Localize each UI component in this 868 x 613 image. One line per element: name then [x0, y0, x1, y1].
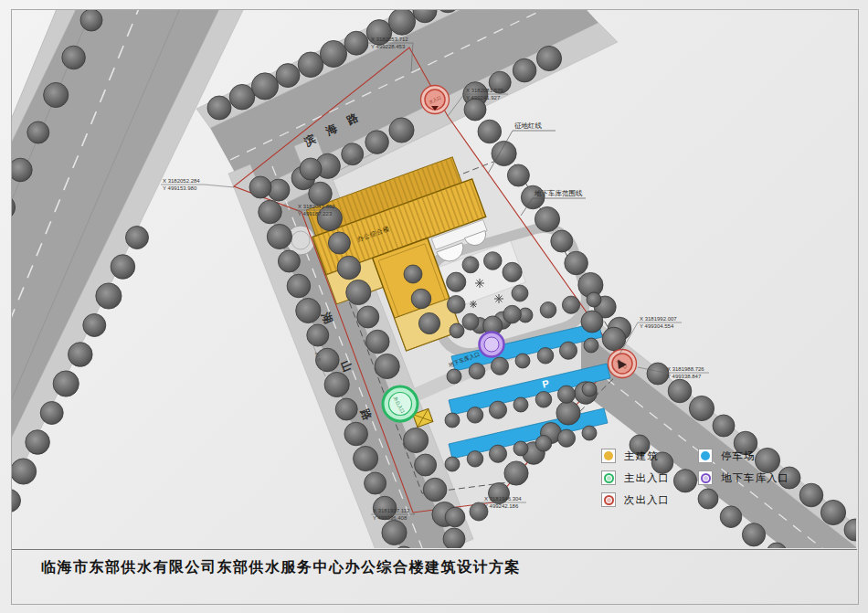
- tree-icon: [484, 252, 503, 270]
- tree-icon: [62, 46, 86, 69]
- tree-icon: [287, 274, 311, 298]
- building-swatch-icon: [601, 449, 616, 463]
- tree-icon: [844, 519, 866, 541]
- tree-icon: [249, 176, 271, 198]
- tree-icon: [415, 454, 437, 476]
- tree-icon: [365, 472, 386, 494]
- tree-icon: [512, 285, 528, 301]
- tree-icon: [447, 369, 461, 384]
- tree-icon: [389, 118, 414, 143]
- parking-swatch-icon: [698, 449, 713, 463]
- drawing-page: P 办公综合楼: [0, 0, 868, 613]
- tree-icon: [504, 461, 528, 485]
- svg-text:Y 499236.408: Y 499236.408: [373, 515, 408, 521]
- tree-icon: [69, 343, 93, 367]
- tree-icon: [513, 441, 528, 456]
- tree-icon: [450, 323, 464, 338]
- svg-text:X 3181988.726: X 3181988.726: [667, 366, 704, 372]
- tree-icon: [382, 520, 407, 544]
- tree-icon: [404, 265, 422, 283]
- tree-icon: [27, 122, 49, 143]
- tree-icon: [492, 141, 516, 165]
- site-plan-drawing: P 办公综合楼: [0, 0, 868, 613]
- tree-icon: [9, 158, 33, 182]
- coordinate-callout: X 3182052.284 Y 499153.980: [161, 178, 234, 191]
- tree-icon: [742, 523, 765, 546]
- svg-text:X 3181946.304: X 3181946.304: [484, 496, 522, 502]
- legend-item-building: 主建筑: [601, 448, 670, 464]
- svg-text:Y 499228.453: Y 499228.453: [371, 44, 406, 49]
- legend-item-garage-entrance: 地下车库入口: [698, 470, 789, 486]
- tree-icon: [26, 430, 50, 455]
- tree-icon: [489, 445, 506, 462]
- tree-icon: [537, 348, 554, 365]
- svg-text:Y 499187.223: Y 499187.223: [298, 211, 333, 217]
- tree-icon: [581, 311, 603, 333]
- tree-icon: [462, 313, 479, 330]
- tree-icon: [445, 507, 465, 527]
- tree-icon: [587, 292, 601, 307]
- tree-icon: [418, 312, 439, 333]
- tree-icon: [467, 451, 483, 468]
- svg-text:X 3181992.007: X 3181992.007: [640, 316, 677, 322]
- tree-icon: [445, 413, 460, 428]
- svg-text:Y 499338.847: Y 499338.847: [667, 374, 702, 379]
- tree-icon: [423, 478, 447, 502]
- tree-icon: [689, 396, 714, 420]
- main-entrance-swatch-icon: [601, 470, 616, 485]
- tree-icon: [276, 64, 300, 88]
- main-entrance-marker: 办公入口: [383, 386, 418, 421]
- tree-icon: [320, 40, 346, 67]
- svg-text:Y 499242.186: Y 499242.186: [484, 503, 519, 509]
- tree-icon: [300, 158, 322, 180]
- tree-icon: [126, 227, 149, 249]
- svg-text:Y 499241.927: Y 499241.927: [466, 95, 501, 100]
- tree-icon: [207, 96, 231, 120]
- legend-item-main-entrance: 主出入口: [601, 470, 670, 486]
- tree-icon: [443, 528, 465, 550]
- tree-icon: [464, 99, 486, 121]
- svg-text:X 3182052.284: X 3182052.284: [163, 178, 200, 184]
- tree-icon: [503, 305, 522, 323]
- tree-icon: [411, 289, 431, 309]
- tree-icon: [309, 182, 333, 206]
- tree-icon: [565, 251, 588, 275]
- tree-icon: [328, 232, 350, 254]
- tree-icon: [540, 302, 556, 319]
- tree-icon: [582, 382, 597, 396]
- tree-icon: [535, 436, 552, 452]
- secondary-entrance-swatch-icon: [601, 492, 616, 507]
- tree-icon: [720, 506, 742, 528]
- tree-icon: [344, 31, 368, 55]
- tree-icon: [317, 206, 342, 230]
- tree-icon: [445, 457, 460, 471]
- tree-icon: [357, 306, 379, 328]
- tree-icon: [469, 364, 485, 380]
- tree-icon: [267, 224, 291, 248]
- tree-icon: [0, 490, 21, 513]
- tree-icon: [388, 8, 415, 35]
- tree-icon: [535, 392, 552, 408]
- tree-icon: [467, 407, 483, 424]
- svg-text:X 3182041.662: X 3182041.662: [298, 204, 335, 209]
- legend-item-secondary-entrance: 次出入口: [601, 491, 670, 508]
- tree-icon: [513, 58, 536, 82]
- tree-icon: [40, 402, 63, 425]
- tree-icon: [96, 283, 122, 309]
- tree-icon: [668, 379, 692, 403]
- tree-icon: [503, 262, 522, 281]
- tree-icon: [229, 84, 255, 110]
- tree-icon: [515, 354, 530, 368]
- tree-icon: [366, 330, 390, 354]
- tree-icon: [536, 46, 561, 70]
- tree-icon: [337, 256, 361, 280]
- svg-text:X 3181937.112: X 3181937.112: [373, 508, 410, 513]
- tree-icon: [83, 314, 106, 337]
- tree-icon: [447, 272, 466, 291]
- tree-icon: [562, 296, 579, 313]
- tree-icon: [513, 397, 528, 412]
- svg-text:地下车库范围线: 地下车库范围线: [534, 189, 583, 197]
- tree-icon: [462, 257, 479, 273]
- tree-icon: [404, 428, 429, 452]
- secondary-entrance-marker-north: 次入口: [421, 86, 450, 114]
